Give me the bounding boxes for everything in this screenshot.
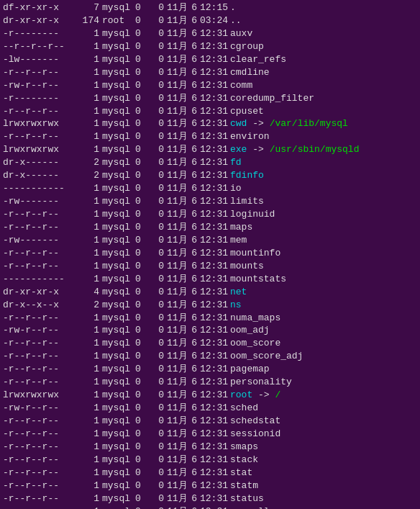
- link-count: 1: [82, 195, 102, 208]
- file-day: 6: [188, 247, 200, 260]
- file-name: fd: [230, 156, 242, 169]
- file-permissions: -r--r--r--: [3, 454, 82, 467]
- file-name: io: [230, 182, 242, 195]
- file-group: 0: [135, 273, 147, 286]
- file-day: 6: [188, 40, 200, 53]
- file-month: 11月: [167, 182, 188, 195]
- file-day: 6: [188, 467, 200, 479]
- file-name: coredump_filter: [230, 92, 314, 105]
- file-time: 12:31: [200, 337, 230, 350]
- file-time: 12:31: [200, 221, 230, 234]
- file-day: 6: [188, 505, 200, 509]
- file-owner: mysql: [102, 195, 135, 208]
- list-item: -r--r--r-- 1mysql0011月612:31pagemap: [3, 363, 417, 376]
- file-name: cwd -> /var/lib/mysql: [230, 117, 348, 130]
- link-count: 1: [82, 376, 102, 389]
- link-count: 7: [82, 1, 102, 14]
- link-count: 1: [82, 117, 102, 130]
- file-permissions: -r--r--r--: [3, 247, 82, 260]
- file-size: 0: [147, 492, 167, 505]
- file-owner: mysql: [102, 221, 135, 234]
- file-day: 6: [188, 286, 200, 299]
- file-permissions: -r--r--r--: [3, 350, 82, 363]
- file-time: 12:31: [200, 441, 230, 454]
- link-count: 1: [82, 92, 102, 105]
- file-time: 03:24: [200, 14, 230, 27]
- file-month: 11月: [167, 273, 188, 286]
- file-group: 0: [135, 350, 147, 363]
- link-count: 1: [82, 337, 102, 350]
- file-time: 12:31: [200, 389, 230, 402]
- file-name: oom_adj: [230, 324, 270, 337]
- file-day: 6: [188, 299, 200, 312]
- file-name: clear_refs: [230, 53, 286, 66]
- file-time: 12:15: [200, 1, 230, 14]
- file-group: 0: [135, 130, 147, 143]
- file-name: limits: [230, 195, 264, 208]
- file-day: 6: [188, 376, 200, 389]
- file-group: 0: [135, 299, 147, 312]
- file-time: 12:31: [200, 40, 230, 53]
- file-permissions: -rw-r--r--: [3, 402, 82, 415]
- file-size: 0: [147, 299, 167, 312]
- link-count: 1: [82, 389, 102, 402]
- file-day: 6: [188, 1, 200, 14]
- file-owner: mysql: [102, 441, 135, 454]
- file-month: 11月: [167, 312, 188, 325]
- file-permissions: -rw-------: [3, 195, 82, 208]
- file-group: 0: [135, 40, 147, 53]
- file-name: comm: [230, 79, 252, 92]
- file-month: 11月: [167, 350, 188, 363]
- file-day: 6: [188, 402, 200, 415]
- file-group: 0: [135, 467, 147, 479]
- file-size: 0: [147, 40, 167, 53]
- file-time: 12:31: [200, 169, 230, 182]
- file-name: .: [230, 1, 236, 14]
- file-day: 6: [188, 324, 200, 337]
- file-month: 11月: [167, 479, 188, 492]
- link-count: 1: [82, 350, 102, 363]
- file-permissions: -r--r--r--: [3, 105, 82, 118]
- list-item: dr-xr-xr-x 174root0011月603:24..: [3, 14, 417, 27]
- file-month: 11月: [167, 79, 188, 92]
- link-count: 1: [82, 402, 102, 415]
- list-item: -r-------- 1mysql0011月612:31auxv: [3, 27, 417, 40]
- file-owner: mysql: [102, 247, 135, 260]
- link-count: 2: [82, 299, 102, 312]
- file-name: personality: [230, 376, 292, 389]
- file-group: 0: [135, 505, 147, 509]
- file-month: 11月: [167, 363, 188, 376]
- file-month: 11月: [167, 376, 188, 389]
- file-permissions: df-xr-xr-x: [3, 1, 82, 14]
- file-time: 12:31: [200, 286, 230, 299]
- file-group: 0: [135, 92, 147, 105]
- file-group: 0: [135, 169, 147, 182]
- file-time: 12:31: [200, 247, 230, 260]
- list-item: -r--r--r-- 1mysql0011月612:31sessionid: [3, 428, 417, 441]
- file-group: 0: [135, 79, 147, 92]
- file-month: 11月: [167, 221, 188, 234]
- file-month: 11月: [167, 441, 188, 454]
- file-time: 12:31: [200, 376, 230, 389]
- file-owner: mysql: [102, 505, 135, 509]
- list-item: -rw-r--r-- 1mysql0011月612:31sched: [3, 402, 417, 415]
- file-group: 0: [135, 324, 147, 337]
- file-name: stat: [230, 467, 252, 479]
- file-name: cmdline: [230, 66, 270, 79]
- list-item: -r--r--r-- 1mysql0011月612:31status: [3, 492, 417, 505]
- file-permissions: -r--r--r--: [3, 312, 82, 325]
- list-item: lrwxrwxrwx 1mysql0011月612:31root -> /: [3, 389, 417, 402]
- link-count: 1: [82, 182, 102, 195]
- file-owner: mysql: [102, 350, 135, 363]
- file-owner: mysql: [102, 182, 135, 195]
- file-time: 12:31: [200, 156, 230, 169]
- link-count: 1: [82, 492, 102, 505]
- file-group: 0: [135, 492, 147, 505]
- list-item: -r--r--r-- 1mysql0011月612:31smaps: [3, 441, 417, 454]
- file-day: 6: [188, 428, 200, 441]
- link-count: 1: [82, 53, 102, 66]
- list-item: -r--r--r-- 1mysql0011月612:31stat: [3, 467, 417, 479]
- file-day: 6: [188, 105, 200, 118]
- list-item: -r--r--r-- 1mysql0011月612:31schedstat: [3, 415, 417, 428]
- link-count: 2: [82, 169, 102, 182]
